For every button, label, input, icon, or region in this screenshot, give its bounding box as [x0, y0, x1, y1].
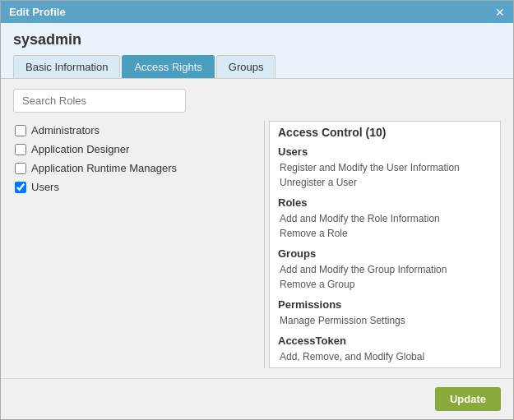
access-item: Add and Modify the Group Information	[278, 262, 492, 277]
access-panel: Access Control (10) Users Register and M…	[269, 121, 501, 368]
list-item: Application Designer	[13, 140, 256, 159]
role-label: Application Designer	[31, 143, 129, 155]
update-button[interactable]: Update	[435, 387, 501, 411]
dialog-header: sysadmin Basic Information Access Rights…	[1, 23, 513, 79]
role-label: Users	[31, 181, 59, 193]
username-label: sysadmin	[13, 31, 501, 48]
application-designer-checkbox[interactable]	[15, 144, 26, 155]
title-bar: Edit Profile ✕	[1, 1, 513, 23]
dialog-body: Administrators Application Designer Appl…	[1, 79, 513, 378]
vertical-divider	[264, 121, 265, 368]
list-item: Application Runtime Managers	[13, 159, 256, 178]
tab-groups[interactable]: Groups	[216, 55, 276, 78]
application-runtime-managers-checkbox[interactable]	[15, 163, 26, 174]
role-label: Administrators	[31, 124, 100, 136]
tabs: Basic Information Access Rights Groups	[13, 55, 501, 78]
list-item: Administrators	[13, 121, 256, 140]
access-section-accesstoken-title: AccessToken	[278, 335, 492, 347]
tab-basic-information[interactable]: Basic Information	[13, 55, 120, 78]
dialog-title: Edit Profile	[9, 6, 66, 18]
access-item: Unregister a User	[278, 175, 492, 190]
access-item: Register and Modify the User Information	[278, 160, 492, 175]
access-section-permissions-title: Permissions	[278, 298, 492, 311]
access-item: Manage Permission Settings	[278, 313, 492, 328]
access-item: Add, Remove, and Modify Global	[278, 349, 492, 364]
content-area: Administrators Application Designer Appl…	[13, 121, 501, 368]
access-item: Add and Modify the Role Information	[278, 211, 492, 226]
list-item: Users	[13, 178, 256, 196]
tab-access-rights[interactable]: Access Rights	[122, 55, 214, 78]
search-input[interactable]	[13, 89, 186, 113]
access-item: Remove a Group	[278, 277, 492, 292]
access-panel-title: Access Control (10)	[278, 126, 492, 139]
close-button[interactable]: ✕	[495, 7, 505, 18]
users-checkbox[interactable]	[15, 182, 26, 193]
role-label: Application Runtime Managers	[31, 162, 177, 174]
edit-profile-dialog: Edit Profile ✕ sysadmin Basic Informatio…	[0, 0, 514, 420]
dialog-footer: Update	[1, 378, 513, 419]
access-item: Remove a Role	[278, 226, 492, 241]
roles-list: Administrators Application Designer Appl…	[13, 121, 260, 368]
access-section-users-title: Users	[278, 145, 492, 158]
access-section-roles-title: Roles	[278, 196, 492, 209]
administrators-checkbox[interactable]	[15, 125, 26, 136]
access-section-groups-title: Groups	[278, 247, 492, 260]
